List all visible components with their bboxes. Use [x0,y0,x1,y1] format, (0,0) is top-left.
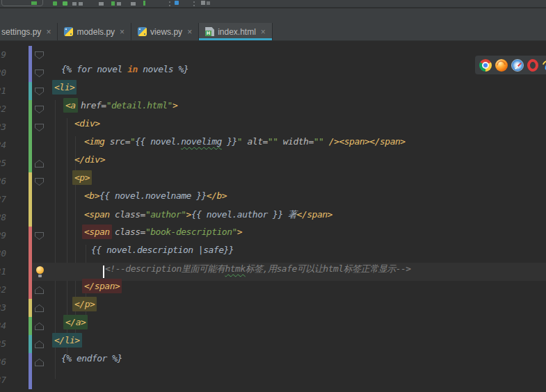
python-file-icon [138,27,147,36]
code-token: "book-description" [145,227,237,237]
code-token: <span [82,224,112,239]
editor-area[interactable]: 1920{% for novel in novels %}21<li>22<a … [0,41,546,392]
python-file-icon [64,27,73,36]
editor-line-34[interactable]: 34</a> [0,317,546,335]
toolbar-icon[interactable] [79,2,83,6]
close-icon[interactable]: × [261,28,266,36]
code-token: </b> [207,190,227,201]
chrome-browser-icon[interactable] [479,59,492,72]
run-config-icon [31,1,37,5]
code-text: {% for novel in novels %} [0,64,188,82]
navigation-bar [0,8,546,23]
code-text: <span class="book-description"> [0,227,242,245]
code-token: </div> [74,154,105,165]
code-text: <div> [0,118,100,136]
code-token: = [262,136,267,147]
toolbar-icon[interactable] [72,2,77,6]
code-token: <b> [84,190,99,201]
editor-line-19[interactable]: 19 [0,46,546,64]
code-token: </li> [52,333,82,348]
editor-line-35[interactable]: 35</li> [0,335,546,353]
firefox-browser-icon[interactable] [495,59,508,72]
editor-line-27[interactable]: 27<b>{{ novel.novelname }}</b> [0,190,546,209]
code-token: class [115,227,140,237]
editor-line-21[interactable]: 21<li> [0,82,546,100]
code-token: novelimg [181,136,222,147]
code-token [242,136,247,147]
close-icon[interactable]: × [46,28,51,36]
editor-line-37[interactable]: 37 [0,371,546,389]
code-token: src [110,136,125,147]
code-token: novels %} [138,64,188,74]
run-icon[interactable] [53,1,57,6]
editor-tab-bar: settings.py×models.py×views.py×Hindex.ht… [0,23,546,41]
editor-line-30[interactable]: 30{{ novel.description |safe}} [0,245,546,263]
toolbar-icon[interactable] [99,2,104,6]
code-token: <div> [74,118,100,129]
editor-line-29[interactable]: 29<span class="book-description"> [0,227,546,245]
code-token: {% for novel [61,64,127,74]
debug-icon[interactable] [63,1,67,6]
toolbar-icon[interactable] [201,1,205,5]
code-text: <p> [0,172,90,190]
editor-line-22[interactable]: 22<a href="detail.html"> [0,100,546,118]
code-token: </span> [82,279,122,293]
code-token: <!--description里面可能有 [105,263,225,274]
code-token: </a> [63,315,88,329]
tab-settings-py[interactable]: settings.py× [0,23,58,40]
code-token: "" [314,136,324,147]
toolbar-icon[interactable] [143,1,145,6]
code-token: > [172,100,177,111]
toolbar-icon[interactable] [131,2,136,6]
code-token: class [115,209,140,220]
code-text [0,46,54,64]
code-text: <!--description里面可能有htmk标签,用safe可以让html标… [0,263,411,281]
code-token: {{ novel.description |safe}} [91,245,234,255]
code-token [76,100,81,111]
toolbar-icon[interactable] [175,1,179,5]
html-icon-letter: H [205,31,211,36]
code-token [110,227,115,237]
main-toolbar[interactable] [0,0,546,8]
code-token: /><span></span> [329,136,406,147]
tab-label: settings.py [1,27,41,37]
safari-browser-icon[interactable] [511,59,524,72]
opera-browser-icon[interactable] [527,59,538,72]
editor-line-26[interactable]: 26<p> [0,172,546,190]
code-token: <li> [52,80,77,95]
editor-line-24[interactable]: 24<img src="{{ novel.novelimg }}" alt=""… [0,136,546,154]
code-token: <span [84,209,115,220]
tab-views-py[interactable]: views.py× [131,23,199,40]
code-token: </p> [72,297,97,311]
pycharm-window: settings.py×models.py×views.py×Hindex.ht… [0,0,546,392]
tab-label: models.py [77,27,115,37]
editor-line-20[interactable]: 20{% for novel in novels %} [0,64,546,82]
editor-line-23[interactable]: 23<div> [0,118,546,136]
code-token: = [308,136,313,147]
toolbar-icon[interactable] [207,1,210,5]
ie-browser-icon[interactable]: e [542,59,546,72]
tab-index-html[interactable]: Hindex.html× [199,23,273,40]
code-text: <a href="detail.html"> [0,100,177,118]
code-token: <p> [72,170,92,185]
browser-preview-popup: e [475,56,546,74]
code-token: htmk [225,263,245,274]
code-token: {{ novel.novelname }} [99,190,207,201]
toolbar-icon[interactable] [117,2,121,6]
toolbar-icon[interactable] [111,1,115,6]
tab-models-py[interactable]: models.py× [58,23,131,40]
code-token: = [140,227,145,237]
code-token: </span> [297,209,332,220]
code-text [0,371,54,389]
code-token: {{ novel.author }} 著 [191,209,297,220]
toolbar-separator [193,1,195,6]
close-icon[interactable]: × [187,28,192,36]
code-token: {{ novel. [135,136,181,147]
html-file-icon: H [205,27,214,36]
code-token: {% endfor %} [61,353,122,364]
tab-label: index.html [218,27,256,37]
tab-label: views.py [150,27,182,37]
run-configuration-combo[interactable] [1,0,43,6]
close-icon[interactable]: × [120,28,125,36]
editor-line-36[interactable]: 36{% endfor %} [0,353,546,371]
